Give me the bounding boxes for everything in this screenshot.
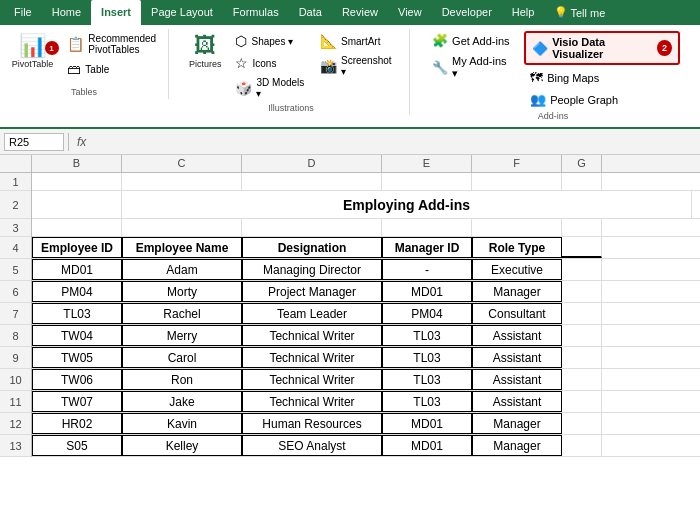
tab-tell-me[interactable]: 💡 Tell me bbox=[544, 0, 615, 25]
tab-developer[interactable]: Developer bbox=[432, 0, 502, 25]
cell-g12[interactable] bbox=[562, 413, 602, 434]
cell-b5[interactable]: MD01 bbox=[32, 259, 122, 280]
cell-d6[interactable]: Project Manager bbox=[242, 281, 382, 302]
cell-reference-input[interactable] bbox=[4, 133, 64, 151]
cell-f11[interactable]: Assistant bbox=[472, 391, 562, 412]
pivot-table-button[interactable]: 📊 PivotTable 1 bbox=[8, 31, 58, 85]
cell-f8[interactable]: Assistant bbox=[472, 325, 562, 346]
cell-e9[interactable]: TL03 bbox=[382, 347, 472, 368]
cell-b9[interactable]: TW05 bbox=[32, 347, 122, 368]
tab-data[interactable]: Data bbox=[289, 0, 332, 25]
tab-review[interactable]: Review bbox=[332, 0, 388, 25]
cell-e5[interactable]: - bbox=[382, 259, 472, 280]
pictures-button[interactable]: 🖼 Pictures bbox=[185, 31, 226, 71]
col-header-b[interactable]: B bbox=[32, 155, 122, 172]
col-header-d[interactable]: D bbox=[242, 155, 382, 172]
cell-c12[interactable]: Kavin bbox=[122, 413, 242, 434]
col-header-f[interactable]: F bbox=[472, 155, 562, 172]
spreadsheet-title[interactable]: Employing Add-ins bbox=[122, 191, 692, 218]
cell-b11[interactable]: TW07 bbox=[32, 391, 122, 412]
icons-button[interactable]: ☆ Icons bbox=[231, 53, 310, 73]
cell-g4[interactable] bbox=[562, 237, 602, 258]
col-header-e[interactable]: E bbox=[382, 155, 472, 172]
formula-input[interactable] bbox=[94, 136, 696, 148]
shapes-button[interactable]: ⬡ Shapes ▾ bbox=[231, 31, 310, 51]
cell-d13[interactable]: SEO Analyst bbox=[242, 435, 382, 456]
cell-b2[interactable] bbox=[32, 191, 122, 218]
header-designation[interactable]: Designation bbox=[242, 237, 382, 258]
cell-c10[interactable]: Ron bbox=[122, 369, 242, 390]
header-employee-id[interactable]: Employee ID bbox=[32, 237, 122, 258]
cell-d12[interactable]: Human Resources bbox=[242, 413, 382, 434]
cell-c11[interactable]: Jake bbox=[122, 391, 242, 412]
cell-e13[interactable]: MD01 bbox=[382, 435, 472, 456]
cell-g5[interactable] bbox=[562, 259, 602, 280]
cell-b6[interactable]: PM04 bbox=[32, 281, 122, 302]
smartart-button[interactable]: 📐 SmartArt bbox=[316, 31, 397, 51]
cell-d10[interactable]: Technical Writer bbox=[242, 369, 382, 390]
col-header-c[interactable]: C bbox=[122, 155, 242, 172]
cell-g1[interactable] bbox=[562, 173, 602, 190]
cell-c5[interactable]: Adam bbox=[122, 259, 242, 280]
cell-e7[interactable]: PM04 bbox=[382, 303, 472, 324]
visio-button[interactable]: 🔷 Visio Data Visualizer 2 bbox=[524, 31, 680, 65]
cell-g7[interactable] bbox=[562, 303, 602, 324]
cell-c6[interactable]: Morty bbox=[122, 281, 242, 302]
cell-b8[interactable]: TW04 bbox=[32, 325, 122, 346]
cell-c3[interactable] bbox=[122, 219, 242, 236]
cell-c8[interactable]: Merry bbox=[122, 325, 242, 346]
cell-e1[interactable] bbox=[382, 173, 472, 190]
cell-d7[interactable]: Team Leader bbox=[242, 303, 382, 324]
cell-c7[interactable]: Rachel bbox=[122, 303, 242, 324]
cell-g6[interactable] bbox=[562, 281, 602, 302]
cell-c9[interactable]: Carol bbox=[122, 347, 242, 368]
my-addins-button[interactable]: 🔧 My Add-ins ▾ bbox=[426, 53, 516, 82]
cell-b10[interactable]: TW06 bbox=[32, 369, 122, 390]
cell-e8[interactable]: TL03 bbox=[382, 325, 472, 346]
cell-f7[interactable]: Consultant bbox=[472, 303, 562, 324]
cell-d8[interactable]: Technical Writer bbox=[242, 325, 382, 346]
recommended-pivottables-button[interactable]: 📋 RecommendedPivotTables bbox=[63, 31, 160, 57]
col-header-g[interactable]: G bbox=[562, 155, 602, 172]
cell-e12[interactable]: MD01 bbox=[382, 413, 472, 434]
cell-b7[interactable]: TL03 bbox=[32, 303, 122, 324]
cell-b3[interactable] bbox=[32, 219, 122, 236]
cell-d3[interactable] bbox=[242, 219, 382, 236]
tab-formulas[interactable]: Formulas bbox=[223, 0, 289, 25]
cell-b1[interactable] bbox=[32, 173, 122, 190]
cell-g13[interactable] bbox=[562, 435, 602, 456]
cell-e6[interactable]: MD01 bbox=[382, 281, 472, 302]
cell-b13[interactable]: S05 bbox=[32, 435, 122, 456]
tab-file[interactable]: File bbox=[4, 0, 42, 25]
header-manager-id[interactable]: Manager ID bbox=[382, 237, 472, 258]
tab-home[interactable]: Home bbox=[42, 0, 91, 25]
cell-f1[interactable] bbox=[472, 173, 562, 190]
cell-g9[interactable] bbox=[562, 347, 602, 368]
cell-g11[interactable] bbox=[562, 391, 602, 412]
cell-d5[interactable]: Managing Director bbox=[242, 259, 382, 280]
3d-models-button[interactable]: 🎲 3D Models ▾ bbox=[231, 75, 310, 101]
tab-view[interactable]: View bbox=[388, 0, 432, 25]
cell-b12[interactable]: HR02 bbox=[32, 413, 122, 434]
cell-f12[interactable]: Manager bbox=[472, 413, 562, 434]
cell-g10[interactable] bbox=[562, 369, 602, 390]
cell-f10[interactable]: Assistant bbox=[472, 369, 562, 390]
cell-c13[interactable]: Kelley bbox=[122, 435, 242, 456]
tab-help[interactable]: Help bbox=[502, 0, 545, 25]
cell-d1[interactable] bbox=[242, 173, 382, 190]
tab-page-layout[interactable]: Page Layout bbox=[141, 0, 223, 25]
cell-d9[interactable]: Technical Writer bbox=[242, 347, 382, 368]
cell-f5[interactable]: Executive bbox=[472, 259, 562, 280]
cell-e11[interactable]: TL03 bbox=[382, 391, 472, 412]
tab-insert[interactable]: Insert bbox=[91, 0, 141, 25]
cell-e10[interactable]: TL03 bbox=[382, 369, 472, 390]
cell-f3[interactable] bbox=[472, 219, 562, 236]
cell-f13[interactable]: Manager bbox=[472, 435, 562, 456]
cell-e3[interactable] bbox=[382, 219, 472, 236]
table-button[interactable]: 🗃 Table bbox=[63, 59, 160, 79]
people-graph-button[interactable]: 👥 People Graph bbox=[524, 90, 680, 109]
screenshot-button[interactable]: 📸 Screenshot ▾ bbox=[316, 53, 397, 79]
cell-g8[interactable] bbox=[562, 325, 602, 346]
bing-maps-button[interactable]: 🗺 Bing Maps bbox=[524, 68, 680, 87]
header-role-type[interactable]: Role Type bbox=[472, 237, 562, 258]
